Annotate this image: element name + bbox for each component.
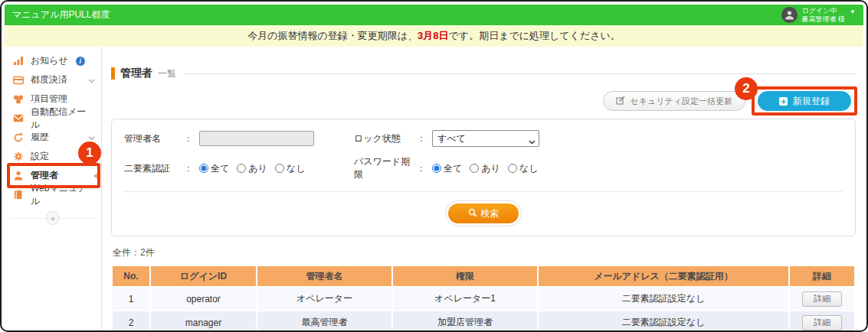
sidebar-item-payments[interactable]: 都度決済 xyxy=(5,70,101,90)
radio-label: あり xyxy=(248,162,267,175)
table-header-row: No. ログインID 管理者名 権限 メールアドレス（二要素認証用） 詳細 xyxy=(113,266,854,286)
search-button-label: 検索 xyxy=(481,207,500,220)
section-header: 管理者 一覧 xyxy=(111,67,856,80)
sidebar-item-label: 項目管理 xyxy=(31,93,67,106)
top-header-bar: マニュアル用PULL都度 ログイン中 最高管理者 様 ▼ xyxy=(5,5,863,25)
sidebar-collapse-row: « xyxy=(5,210,101,226)
gear-icon xyxy=(13,151,25,162)
search-button[interactable]: 検索 xyxy=(448,203,519,223)
admin-table: No. ログインID 管理者名 権限 メールアドレス（二要素認証用） 詳細 1 … xyxy=(111,265,856,332)
two-factor-radio-no[interactable]: なし xyxy=(275,162,306,175)
sidebar-item-web-manual[interactable]: Webマニュアル xyxy=(5,185,101,204)
page-title: 管理者 xyxy=(120,67,152,80)
password-expiry-radio-all[interactable]: 全て xyxy=(432,162,462,175)
result-count-top: 全件：2件 xyxy=(113,246,856,259)
lock-status-select[interactable]: すべて xyxy=(432,130,539,147)
col-permission: 権限 xyxy=(393,266,537,286)
main-content: 管理者 一覧 セキュリティ設定一括更新 ＋ 新規登録 2 xyxy=(102,47,863,329)
table-row: 1 operator オペレーター オペレーター1 二要素認証設定なし 詳細 xyxy=(113,288,854,310)
lock-status-field-row: ロック状態 ： すべて xyxy=(354,130,843,147)
radio-label: なし xyxy=(287,162,306,175)
sidebar-item-news[interactable]: お知らせ i xyxy=(5,51,101,70)
radio-label: 全て xyxy=(211,162,229,175)
cell-admin-name: オペレーター xyxy=(257,288,391,310)
password-expiry-field-row: パスワード期限 ： 全て あり なし xyxy=(354,155,843,181)
sidebar: お知らせ i 都度決済 項目管理 xyxy=(5,47,102,329)
radio-label: 全て xyxy=(444,162,462,175)
app-title: マニュアル用PULL都度 xyxy=(12,8,110,21)
avatar xyxy=(781,7,798,23)
edit-icon xyxy=(616,96,625,106)
sidebar-item-label: 都度決済 xyxy=(31,73,67,86)
sidebar-item-history[interactable]: 履歴 xyxy=(5,128,101,147)
admin-name-input[interactable] xyxy=(199,131,314,146)
search-panel: 管理者名 ： ロック状態 ： すべて xyxy=(111,119,856,236)
lock-status-label: ロック状態 xyxy=(354,132,417,145)
separator: ： xyxy=(184,162,193,175)
cell-email: 二要素認証設定なし xyxy=(539,311,788,332)
login-status-text: ログイン中 最高管理者 様 xyxy=(802,7,846,24)
new-registration-button[interactable]: ＋ 新規登録 xyxy=(758,91,851,111)
two-factor-radio-group: 全て あり なし xyxy=(199,162,305,175)
panel-divider xyxy=(124,191,843,192)
detail-button[interactable]: 詳細 xyxy=(802,291,842,307)
security-bulk-update-button[interactable]: セキュリティ設定一括更新 xyxy=(603,91,745,111)
cell-no: 2 xyxy=(113,311,149,332)
password-expiry-label: パスワード期限 xyxy=(354,155,417,181)
sidebar-item-label: 設定 xyxy=(31,150,49,163)
new-registration-wrap: ＋ 新規登録 2 xyxy=(758,91,851,111)
two-factor-field-row: 二要素認証 ： 全て あり なし xyxy=(124,155,354,181)
login-menu[interactable]: ログイン中 最高管理者 様 ▼ xyxy=(781,7,856,24)
cell-no: 1 xyxy=(113,288,149,310)
cell-email: 二要素認証設定なし xyxy=(539,288,788,310)
login-status: ログイン中 xyxy=(802,7,846,15)
detail-button[interactable]: 詳細 xyxy=(802,315,842,330)
cell-permission: オペレーター1 xyxy=(393,288,537,310)
notice-suffix: です。期日までに処理してください。 xyxy=(449,29,621,43)
notice-date: 3月8日 xyxy=(418,29,448,43)
toolbar: セキュリティ設定一括更新 ＋ 新規登録 2 xyxy=(111,90,856,112)
cell-login-id: manager xyxy=(151,311,256,332)
cell-admin-name: 最高管理者 xyxy=(257,311,391,332)
chevron-down-icon xyxy=(88,132,95,143)
cell-login-id: operator xyxy=(151,288,256,310)
chevron-down-icon xyxy=(88,75,95,86)
search-icon xyxy=(468,208,477,220)
col-admin-name: 管理者名 xyxy=(257,266,391,286)
chevron-down-icon: ▼ xyxy=(850,8,856,15)
security-bulk-update-label: セキュリティ設定一括更新 xyxy=(630,96,732,107)
notice-bar: 今月の振替情報の登録・変更期限は、3月8日です。期日までに処理してください。 xyxy=(5,25,863,47)
password-expiry-radio-yes[interactable]: あり xyxy=(470,162,500,175)
sidebar-item-label: お知らせ xyxy=(31,54,68,67)
sidebar-item-label: 管理者 xyxy=(31,169,58,182)
cell-permission: 加盟店管理者 xyxy=(393,311,537,332)
search-button-ring: 検索 xyxy=(445,200,522,226)
radio-label: なし xyxy=(519,162,539,175)
mail-icon xyxy=(13,113,25,124)
user-icon xyxy=(13,171,25,181)
history-icon xyxy=(13,132,25,143)
admin-name-label: 管理者名 xyxy=(124,132,184,145)
separator: ： xyxy=(417,162,426,175)
sidebar-collapse-button[interactable]: « xyxy=(46,211,60,225)
two-factor-radio-all[interactable]: 全て xyxy=(199,162,229,175)
sidebar-item-auto-mail[interactable]: 自動配信メール xyxy=(5,109,101,128)
password-expiry-radio-no[interactable]: なし xyxy=(508,162,539,175)
admin-name-field-row: 管理者名 ： xyxy=(124,130,354,147)
password-expiry-radio-group: 全て あり なし xyxy=(432,162,538,175)
radio-label: あり xyxy=(481,162,500,175)
table-row: 2 manager 最高管理者 加盟店管理者 二要素認証設定なし 詳細 xyxy=(113,311,854,332)
separator: ： xyxy=(184,132,193,145)
col-no: No. xyxy=(113,266,149,286)
section-accent-bar xyxy=(111,67,115,80)
sidebar-item-settings[interactable]: 設定 xyxy=(5,147,101,166)
separator: ： xyxy=(417,132,426,145)
page-subtitle: 一覧 xyxy=(158,67,176,80)
two-factor-radio-yes[interactable]: あり xyxy=(237,162,267,175)
active-item-marker xyxy=(93,171,100,181)
bar-chart-icon xyxy=(13,56,25,67)
two-factor-label: 二要素認証 xyxy=(124,162,184,175)
app-window: マニュアル用PULL都度 ログイン中 最高管理者 様 ▼ 今月の振替情報の登録・… xyxy=(0,0,868,332)
section-divider xyxy=(185,73,856,74)
info-icon: i xyxy=(76,57,85,66)
